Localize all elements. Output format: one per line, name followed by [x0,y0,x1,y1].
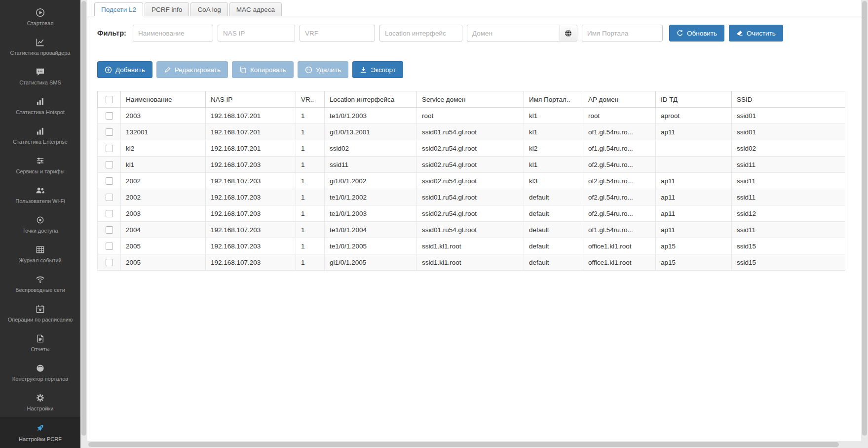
row-checkbox-cell [98,173,121,189]
cell-7-5: default [524,222,583,238]
col-portal-name[interactable]: Имя Портал.. [524,91,583,108]
delete-button[interactable]: Удалить [298,61,349,78]
table-row-5[interactable]: 2002192.168.107.2031te1/0/1.2002ssid01.r… [98,189,845,205]
filter-nas-ip-input[interactable] [218,25,295,41]
sidebar-item-14[interactable]: Настройки PCRF [0,417,80,448]
row-checkbox[interactable] [106,259,113,266]
row-checkbox[interactable] [106,177,113,185]
col-location-interface[interactable]: Location интерфейса [325,91,417,108]
sidebar-item-9[interactable]: Беспроводные сети [0,269,80,298]
row-checkbox[interactable] [106,161,113,168]
col-service-domain[interactable]: Service домен [417,91,524,108]
row-checkbox[interactable] [106,112,113,120]
cell-8-6: office1.kl1.root [583,238,656,254]
filter-location-input[interactable] [379,25,462,41]
cell-5-3: te1/0/1.2002 [325,189,417,205]
sidebar-item-label: Беспроводные сети [15,287,65,293]
sidebar-item-label: Операции по расписанию [8,317,73,323]
calendar-icon [36,304,45,314]
sidebar-item-7[interactable]: Точки доступа [0,209,80,239]
table-row-4[interactable]: 2002192.168.107.2031gi1/0/1.2002ssid02.r… [98,173,845,189]
tab-podseti-l2[interactable]: Подсети L2 [94,2,143,16]
sidebar-item-13[interactable]: Настройки [0,387,80,417]
cell-2-5: kl2 [524,140,583,157]
row-checkbox[interactable] [106,210,113,217]
cell-5-5: default [524,189,583,205]
copy-button[interactable]: Копировать [232,61,294,78]
row-checkbox-cell [98,238,121,254]
row-checkbox[interactable] [106,128,113,136]
sidebar-item-0[interactable]: Стартовая [0,2,80,32]
domain-globe-button[interactable] [560,25,577,41]
eraser-icon [736,30,743,37]
horizontal-scrollbar-thumb[interactable] [88,442,839,447]
page-scrollbar[interactable] [861,0,868,448]
table-row-8[interactable]: 2005192.168.107.2031te1/0/1.2005ssid1.kl… [98,238,845,254]
page-scrollbar-thumb[interactable] [862,1,867,436]
sidebar-item-label: Пользователи Wi-Fi [15,198,65,204]
gear-icon [36,393,45,403]
sidebar-scrollbar[interactable] [80,0,87,448]
filter-domain-input[interactable] [467,25,560,41]
cell-4-1: 192.168.107.203 [206,173,296,189]
col-nas-ip[interactable]: NAS IP [206,91,296,108]
col-name[interactable]: Наименование [121,91,206,108]
table-row-0[interactable]: 2003192.168.107.2011te1/0/1.2003rootkl1r… [98,108,845,124]
sidebar-item-12[interactable]: Конструктор порталов [0,358,80,387]
table-row-7[interactable]: 2004192.168.107.2031te1/0/1.2004ssid01.r… [98,222,845,238]
filter-vrf-input[interactable] [300,25,375,41]
cell-9-6: office1.kl1.root [583,254,656,271]
sidebar-item-6[interactable]: Пользователи Wi-Fi [0,180,80,209]
row-checkbox[interactable] [106,243,113,250]
sidebar-item-10[interactable]: Операции по расписанию [0,298,80,328]
table-row-6[interactable]: 2003192.168.107.2031te1/0/1.2003ssid02.r… [98,205,845,222]
export-button[interactable]: Экспорт [352,61,403,78]
table-row-3[interactable]: kl1192.168.107.2031ssid11ssid02.ru54.gl.… [98,157,845,173]
sidebar-item-1[interactable]: Статистика провайдера [0,32,80,61]
sidebar-item-11[interactable]: Отчеты [0,328,80,358]
cell-4-5: kl3 [524,173,583,189]
sidebar-item-2[interactable]: Статистика SMS [0,61,80,91]
tab-mac-addresses[interactable]: MAC адреса [229,2,282,16]
filter-bar: Фильтр: Обновить [87,16,861,41]
cell-9-2: 1 [296,254,325,271]
select-all-checkbox[interactable] [106,96,113,103]
plus-circle-icon [105,66,112,74]
row-checkbox[interactable] [106,226,113,234]
refresh-button[interactable]: Обновить [669,25,724,41]
tab-coa-log[interactable]: CoA log [190,2,227,16]
clear-button[interactable]: Очистить [729,25,783,41]
sidebar-item-4[interactable]: Статистика Enterprise [0,121,80,150]
horizontal-scrollbar[interactable] [87,441,861,448]
table-row-2[interactable]: kl2192.168.107.2011ssid02ssid02.ru54.gl.… [98,140,845,157]
cell-3-4: ssid02.ru54.gl.root [417,157,524,173]
cell-9-3: gi1/0/1.2005 [325,254,417,271]
cell-7-8: ssid11 [732,222,845,238]
row-checkbox[interactable] [106,194,113,201]
cell-7-1: 192.168.107.203 [206,222,296,238]
cell-5-8: ssid11 [732,189,845,205]
filter-name-input[interactable] [133,25,213,41]
sidebar-scrollbar-thumb[interactable] [81,1,86,436]
col-vrf[interactable]: VR.. [296,91,325,108]
sidebar-item-3[interactable]: Статистика Hotspot [0,91,80,121]
tab-pcrf-info[interactable]: PCRF info [145,2,189,16]
add-button[interactable]: Добавить [97,61,152,78]
col-ap-id[interactable]: ID ТД [656,91,732,108]
cell-7-6: of1.gl.54ru.ro... [583,222,656,238]
actions-bar: Добавить Редактировать Копировать Удалит… [87,41,861,78]
sidebar-item-5[interactable]: Сервисы и тарифы [0,150,80,180]
filter-portal-name-input[interactable] [582,25,663,41]
line-chart-icon [36,37,45,47]
table-row-9[interactable]: 2005192.168.107.2031gi1/0/1.2005ssid1.kl… [98,254,845,271]
row-checkbox[interactable] [106,145,113,152]
sidebar-item-8[interactable]: Журнал событий [0,239,80,269]
cell-0-4: root [417,108,524,124]
edit-button[interactable]: Редактировать [156,61,228,78]
col-ap-domain[interactable]: AP домен [583,91,656,108]
cell-4-4: ssid02.ru54.gl.root [417,173,524,189]
table-row-1[interactable]: 132001192.168.107.2011gi1/0/13.2001ssid0… [98,124,845,140]
col-ssid[interactable]: SSID [732,91,845,108]
cell-7-0: 2004 [121,222,206,238]
cell-1-8: ssid01 [732,124,845,140]
